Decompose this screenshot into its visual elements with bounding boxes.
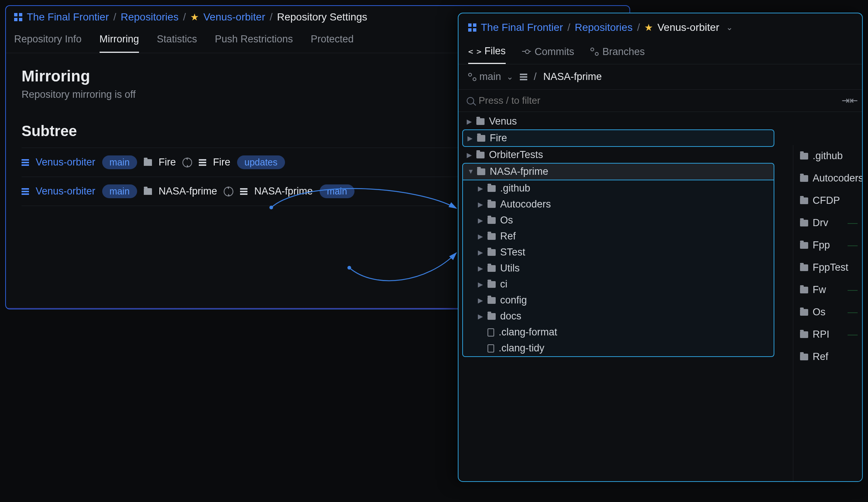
file-icon bbox=[488, 344, 494, 353]
tree-file[interactable]: .clang-tidy bbox=[463, 340, 774, 356]
tree-label: .github bbox=[500, 183, 530, 194]
caret-right-icon: ▶ bbox=[478, 184, 483, 193]
tree-folder[interactable]: ▶.github bbox=[463, 180, 774, 196]
caret-right-icon: ▶ bbox=[467, 134, 473, 142]
breadcrumb-repo[interactable]: Venus-orbiter bbox=[203, 11, 265, 23]
caret-right-icon: ▶ bbox=[478, 216, 483, 225]
list-item[interactable]: Ref bbox=[793, 346, 862, 368]
tab-commits[interactable]: Commits bbox=[522, 45, 574, 64]
project-icon bbox=[14, 13, 22, 21]
tree-folder[interactable]: ▶ci bbox=[463, 276, 774, 292]
list-item[interactable]: Autocoders bbox=[793, 167, 862, 190]
folder-icon bbox=[144, 159, 152, 166]
tree-folder[interactable]: ▶Autocoders bbox=[463, 196, 774, 212]
list-item[interactable]: FppTest bbox=[793, 257, 862, 279]
tab-statistics[interactable]: Statistics bbox=[157, 33, 197, 53]
breadcrumb-project[interactable]: The Final Frontier bbox=[27, 11, 109, 23]
path-current[interactable]: NASA-fprime bbox=[543, 71, 602, 83]
caret-right-icon: ▶ bbox=[478, 200, 483, 209]
tab-files[interactable]: Files bbox=[468, 45, 506, 64]
folder-icon bbox=[800, 153, 808, 160]
folder-icon bbox=[800, 264, 808, 271]
chevron-down-icon[interactable]: ⌄ bbox=[726, 23, 733, 32]
folder-icon bbox=[488, 217, 496, 224]
subtree-dst-branch[interactable]: updates bbox=[237, 155, 285, 169]
tab-push-restrictions[interactable]: Push Restrictions bbox=[215, 33, 293, 53]
tree-file[interactable]: .clang-format bbox=[463, 324, 774, 340]
tree-folder[interactable]: ▶ OrbiterTests bbox=[462, 147, 774, 163]
breadcrumb-project[interactable]: The Final Frontier bbox=[481, 22, 563, 33]
tree-label: Fire bbox=[490, 132, 507, 144]
breadcrumb-sep: / bbox=[567, 22, 570, 33]
folder-icon bbox=[476, 118, 485, 125]
breadcrumb-sep: / bbox=[113, 11, 116, 23]
repo-icon bbox=[199, 159, 206, 166]
folder-icon bbox=[800, 220, 808, 226]
list-item[interactable]: Fpp— bbox=[793, 234, 862, 257]
sync-icon[interactable] bbox=[224, 187, 233, 196]
caret-right-icon: ▶ bbox=[478, 296, 483, 305]
list-item[interactable]: RPI— bbox=[793, 324, 862, 346]
tree-label: docs bbox=[500, 310, 521, 322]
subtree-src-repo[interactable]: Venus-orbiter bbox=[36, 157, 95, 168]
tab-repository-info[interactable]: Repository Info bbox=[14, 33, 82, 53]
list-item[interactable]: Drv— bbox=[793, 212, 862, 234]
tree-label: config bbox=[500, 295, 527, 306]
repo-tabs: Files Commits Branches bbox=[459, 36, 862, 64]
subtree-dst-repo[interactable]: NASA-fprime bbox=[254, 186, 313, 197]
code-icon bbox=[468, 45, 481, 57]
breadcrumb-sep: / bbox=[637, 22, 640, 33]
list-item[interactable]: CFDP bbox=[793, 190, 862, 212]
chevron-down-icon: ⌄ bbox=[506, 72, 513, 82]
caret-right-icon: ▶ bbox=[467, 151, 472, 159]
list-label: Ref bbox=[813, 351, 828, 363]
tree-children: ▶.github ▶Autocoders ▶Os ▶Ref ▶STest ▶Ut… bbox=[462, 180, 774, 357]
tree-folder[interactable]: ▶config bbox=[463, 292, 774, 308]
folder-list: .github Autocoders CFDP Drv— Fpp— FppTes… bbox=[793, 145, 862, 482]
list-item[interactable]: .github bbox=[793, 145, 862, 167]
star-icon[interactable]: ★ bbox=[644, 23, 653, 32]
caret-right-icon: ▶ bbox=[478, 248, 483, 257]
branch-selector[interactable]: main ⌄ bbox=[468, 71, 513, 83]
breadcrumb-repos[interactable]: Repositories bbox=[575, 22, 633, 33]
folder-icon bbox=[800, 287, 808, 293]
tab-protected[interactable]: Protected bbox=[311, 33, 354, 53]
subtree-src-branch[interactable]: main bbox=[102, 155, 137, 169]
subtree-dst-branch[interactable]: main bbox=[320, 184, 354, 198]
files-panel: The Final Frontier / Repositories / ★ Ve… bbox=[458, 13, 863, 482]
tab-branches[interactable]: Branches bbox=[590, 45, 645, 64]
subtree-src-branch[interactable]: main bbox=[102, 184, 137, 198]
tree-folder[interactable]: ▶ Venus bbox=[462, 113, 774, 129]
tree-folder[interactable]: ▶docs bbox=[463, 308, 774, 324]
tree-label: STest bbox=[500, 247, 525, 258]
folder-icon bbox=[488, 281, 496, 288]
folder-icon bbox=[488, 265, 496, 272]
star-icon[interactable]: ★ bbox=[190, 12, 199, 22]
breadcrumb-repos[interactable]: Repositories bbox=[121, 11, 179, 23]
list-label: Os bbox=[813, 306, 826, 318]
list-item[interactable]: Fw— bbox=[793, 279, 862, 301]
tree-folder-nasa-fprime[interactable]: ▼ NASA-fprime bbox=[462, 163, 774, 180]
tree-folder[interactable]: ▶STest bbox=[463, 244, 774, 260]
tree-folder-fire[interactable]: ▶ Fire bbox=[462, 129, 774, 147]
commit-icon bbox=[522, 47, 531, 56]
tree-folder[interactable]: ▶Os bbox=[463, 212, 774, 228]
path-root[interactable]: / bbox=[534, 71, 537, 83]
tree-label: Autocoders bbox=[500, 199, 551, 210]
collapse-tree-icon[interactable]: ⇥⇤ bbox=[846, 97, 854, 105]
list-item[interactable]: Os— bbox=[793, 301, 862, 324]
folder-icon bbox=[488, 249, 496, 256]
tab-branches-label: Branches bbox=[602, 46, 645, 58]
file-icon bbox=[488, 328, 494, 337]
sync-icon[interactable] bbox=[182, 158, 192, 167]
tree-folder[interactable]: ▶Ref bbox=[463, 228, 774, 244]
filter-input[interactable] bbox=[479, 95, 627, 106]
tree-label: .clang-format bbox=[499, 326, 557, 338]
tab-mirroring[interactable]: Mirroring bbox=[100, 33, 139, 53]
tree-folder[interactable]: ▶Utils bbox=[463, 260, 774, 276]
tab-commits-label: Commits bbox=[535, 46, 574, 58]
repo-icon bbox=[22, 188, 29, 195]
subtree-src-repo[interactable]: Venus-orbiter bbox=[36, 186, 95, 197]
breadcrumb-repo[interactable]: Venus-orbiter bbox=[657, 22, 719, 33]
subtree-dst-repo[interactable]: Fire bbox=[213, 157, 230, 168]
